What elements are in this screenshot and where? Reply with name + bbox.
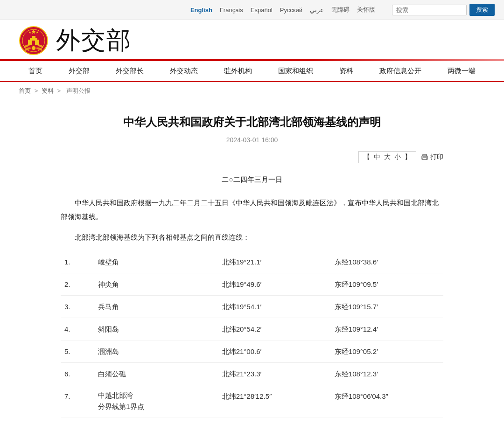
- main-nav: 首页 外交部 外交部长 外交动态 驻外机构 国家和组织 资料 政府信息公开 两微…: [0, 61, 504, 82]
- row-name: 神尖角: [94, 273, 218, 296]
- print-button[interactable]: 打印: [421, 153, 443, 161]
- nav-social[interactable]: 两微一端: [434, 61, 489, 81]
- article-controls: 【 中 大 小 】 打印: [61, 151, 443, 163]
- lang-arabic[interactable]: عربي: [310, 7, 324, 14]
- lang-spanish[interactable]: Español: [251, 7, 273, 14]
- table-row: 1. 峻壁角 北纬19°21.1′ 东经108°38.6′: [61, 251, 443, 273]
- paragraph-1: 中华人民共和国政府根据一九九二年二月二十五日《中华人民共和国领海及毗连区法》，宣…: [61, 196, 443, 224]
- row-name: 白须公礁: [94, 363, 218, 385]
- row-num: 3.: [61, 296, 94, 318]
- nav-home[interactable]: 首页: [15, 61, 56, 81]
- row-lon: 东经108°38.6′: [331, 251, 443, 273]
- row-num: 6.: [61, 363, 94, 385]
- site-header: 外交部: [0, 20, 504, 59]
- row-lon: 东经108°12.3′: [331, 363, 443, 385]
- svg-rect-12: [423, 158, 427, 160]
- table-row: 2. 神尖角 北纬19°49.6′ 东经109°09.5′: [61, 273, 443, 296]
- table-row: 6. 白须公礁 北纬21°23.3′ 东经108°12.3′: [61, 363, 443, 385]
- ministry-title: 外交部: [56, 28, 132, 53]
- nav-resources[interactable]: 资料: [326, 61, 366, 81]
- svg-point-9: [32, 46, 35, 50]
- row-num: 2.: [61, 273, 94, 296]
- nav-news[interactable]: 外交动态: [157, 61, 211, 81]
- row-lat: 北纬21°23.3′: [218, 363, 331, 385]
- row-name: 峻壁角: [94, 251, 218, 273]
- date-line: 二○二四年三月一日: [61, 173, 443, 187]
- lang-care[interactable]: 关怀版: [357, 6, 375, 14]
- breadcrumb-sep-1: >: [35, 87, 40, 94]
- table-row: 3. 兵马角 北纬19°54.1′ 东经109°15.7′: [61, 296, 443, 318]
- article-title: 中华人民共和国政府关于北部湾北部领海基线的声明: [61, 114, 443, 131]
- row-name: 兵马角: [94, 296, 218, 318]
- row-lon: 东经108°06′04.3″: [331, 385, 443, 417]
- search-button[interactable]: 搜索: [469, 4, 495, 16]
- row-lat: 北纬20°54.2′: [218, 318, 331, 340]
- print-icon: [421, 153, 428, 161]
- breadcrumb-resources[interactable]: 资料: [42, 87, 54, 94]
- breadcrumb-home[interactable]: 首页: [19, 87, 31, 94]
- row-lat: 北纬19°54.1′: [218, 296, 331, 318]
- svg-rect-5: [32, 41, 35, 45]
- lang-french[interactable]: Français: [220, 7, 243, 14]
- search-input[interactable]: [392, 5, 467, 15]
- font-small[interactable]: 小: [394, 153, 401, 161]
- lang-english[interactable]: English: [190, 7, 212, 14]
- paragraph-2: 北部湾北部领海基线为下列各相邻基点之间的直线连线：: [61, 230, 443, 244]
- logo-area: 外交部: [19, 26, 132, 55]
- main-content: 中华人民共和国政府关于北部湾北部领海基线的声明 2024-03-01 16:00…: [42, 100, 462, 436]
- article-body: 二○二四年三月一日 中华人民共和国政府根据一九九二年二月二十五日《中华人民共和国…: [61, 173, 443, 417]
- row-lon: 东经109°09.5′: [331, 273, 443, 296]
- nav-minister[interactable]: 外交部长: [103, 61, 157, 81]
- nav-mfa[interactable]: 外交部: [56, 61, 103, 81]
- row-name: 中越北部湾分界线第1界点: [94, 385, 218, 417]
- font-large[interactable]: 大: [384, 153, 391, 161]
- row-lat: 北纬21°28′12.5″: [218, 385, 331, 417]
- row-lat: 北纬19°49.6′: [218, 273, 331, 296]
- article-date: 2024-03-01 16:00: [61, 136, 443, 144]
- table-row: 4. 斜阳岛 北纬20°54.2′ 东经109°12.4′: [61, 318, 443, 340]
- row-name: 涠洲岛: [94, 340, 218, 363]
- nav-missions[interactable]: 驻外机构: [211, 61, 265, 81]
- breadcrumb-current: 声明公报: [66, 87, 91, 94]
- print-label: 打印: [430, 153, 443, 161]
- svg-rect-4: [32, 36, 35, 38]
- search-area: 搜索: [392, 4, 495, 16]
- row-lat: 北纬19°21.1′: [218, 251, 331, 273]
- breadcrumb-sep-2: >: [57, 87, 62, 94]
- font-size-controls: 【 中 大 小 】: [358, 151, 416, 163]
- coordinates-table: 1. 峻壁角 北纬19°21.1′ 东经108°38.6′ 2. 神尖角 北纬1…: [61, 251, 443, 417]
- row-lat: 北纬21°00.6′: [218, 340, 331, 363]
- nav-countries[interactable]: 国家和组织: [265, 61, 326, 81]
- svg-point-13: [426, 157, 427, 158]
- nav-gov-info[interactable]: 政府信息公开: [366, 61, 434, 81]
- row-lon: 东经109°15.7′: [331, 296, 443, 318]
- bracket-close: 】: [405, 153, 411, 161]
- table-row: 5. 涠洲岛 北纬21°00.6′ 东经109°05.2′: [61, 340, 443, 363]
- lang-accessible[interactable]: 无障碍: [331, 6, 350, 14]
- row-lon: 东经109°12.4′: [331, 318, 443, 340]
- font-medium[interactable]: 中: [374, 153, 380, 161]
- row-name: 斜阳岛: [94, 318, 218, 340]
- row-num: 1.: [61, 251, 94, 273]
- breadcrumb: 首页 > 资料 > 声明公报: [0, 82, 504, 100]
- lang-russian[interactable]: Русский: [280, 7, 302, 14]
- national-emblem: [19, 26, 49, 55]
- language-bar: English Français Español Русский عربي 无障…: [0, 0, 504, 20]
- bracket-open: 【: [364, 153, 370, 161]
- table-row: 7. 中越北部湾分界线第1界点 北纬21°28′12.5″ 东经108°06′0…: [61, 385, 443, 417]
- row-num: 4.: [61, 318, 94, 340]
- row-num: 7.: [61, 385, 94, 417]
- row-lon: 东经109°05.2′: [331, 340, 443, 363]
- row-num: 5.: [61, 340, 94, 363]
